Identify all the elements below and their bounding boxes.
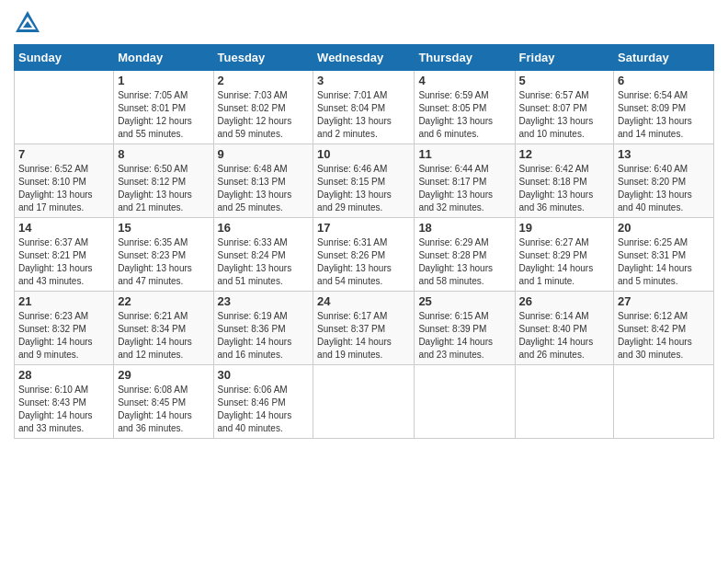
day-info: Sunrise: 7:05 AMSunset: 8:01 PMDaylight:… bbox=[118, 89, 209, 141]
day-header-wednesday: Wednesday bbox=[313, 45, 415, 71]
day-header-sunday: Sunday bbox=[15, 45, 114, 71]
day-number: 2 bbox=[218, 74, 310, 87]
day-header-monday: Monday bbox=[114, 45, 213, 71]
calendar-cell bbox=[15, 71, 114, 144]
day-info: Sunrise: 6:08 AMSunset: 8:45 PMDaylight:… bbox=[118, 384, 209, 435]
day-number: 11 bbox=[418, 147, 510, 161]
day-info: Sunrise: 6:14 AMSunset: 8:40 PMDaylight:… bbox=[519, 310, 610, 362]
calendar-cell: 16Sunrise: 6:33 AMSunset: 8:24 PMDayligh… bbox=[213, 218, 313, 292]
day-number: 1 bbox=[118, 74, 209, 87]
calendar-week-row: 1Sunrise: 7:05 AMSunset: 8:01 PMDaylight… bbox=[15, 71, 714, 144]
day-number: 29 bbox=[118, 368, 209, 382]
calendar-table: SundayMondayTuesdayWednesdayThursdayFrid… bbox=[14, 44, 714, 439]
calendar-cell: 13Sunrise: 6:40 AMSunset: 8:20 PMDayligh… bbox=[614, 144, 714, 218]
day-info: Sunrise: 6:35 AMSunset: 8:23 PMDaylight:… bbox=[118, 236, 209, 288]
day-info: Sunrise: 6:31 AMSunset: 8:26 PMDaylight:… bbox=[317, 236, 410, 288]
day-number: 15 bbox=[118, 221, 209, 235]
day-number: 24 bbox=[317, 294, 410, 308]
day-info: Sunrise: 6:59 AMSunset: 8:05 PMDaylight:… bbox=[418, 89, 510, 141]
calendar-cell: 10Sunrise: 6:46 AMSunset: 8:15 PMDayligh… bbox=[313, 144, 415, 218]
day-info: Sunrise: 6:40 AMSunset: 8:20 PMDaylight:… bbox=[618, 163, 710, 214]
day-number: 16 bbox=[218, 221, 310, 235]
calendar-cell: 15Sunrise: 6:35 AMSunset: 8:23 PMDayligh… bbox=[114, 218, 213, 292]
calendar-cell bbox=[614, 365, 714, 439]
day-number: 17 bbox=[317, 221, 410, 235]
header bbox=[14, 9, 714, 37]
day-number: 19 bbox=[519, 221, 610, 235]
day-info: Sunrise: 6:48 AMSunset: 8:13 PMDaylight:… bbox=[218, 163, 310, 214]
day-info: Sunrise: 6:15 AMSunset: 8:39 PMDaylight:… bbox=[418, 310, 510, 362]
calendar-cell: 27Sunrise: 6:12 AMSunset: 8:42 PMDayligh… bbox=[614, 292, 714, 365]
day-number: 23 bbox=[218, 294, 310, 308]
calendar-cell: 26Sunrise: 6:14 AMSunset: 8:40 PMDayligh… bbox=[515, 292, 614, 365]
day-number: 20 bbox=[618, 221, 710, 235]
day-info: Sunrise: 6:57 AMSunset: 8:07 PMDaylight:… bbox=[519, 89, 610, 141]
day-number: 30 bbox=[218, 368, 310, 382]
calendar-cell: 4Sunrise: 6:59 AMSunset: 8:05 PMDaylight… bbox=[415, 71, 515, 144]
calendar-cell bbox=[313, 365, 415, 439]
day-number: 9 bbox=[218, 147, 310, 161]
calendar-week-row: 28Sunrise: 6:10 AMSunset: 8:43 PMDayligh… bbox=[15, 365, 714, 439]
calendar-cell: 6Sunrise: 6:54 AMSunset: 8:09 PMDaylight… bbox=[614, 71, 714, 144]
day-info: Sunrise: 6:29 AMSunset: 8:28 PMDaylight:… bbox=[418, 236, 510, 288]
calendar-cell: 21Sunrise: 6:23 AMSunset: 8:32 PMDayligh… bbox=[15, 292, 114, 365]
day-info: Sunrise: 6:52 AMSunset: 8:10 PMDaylight:… bbox=[18, 163, 109, 214]
calendar-cell: 25Sunrise: 6:15 AMSunset: 8:39 PMDayligh… bbox=[415, 292, 515, 365]
day-number: 6 bbox=[618, 74, 710, 87]
day-header-tuesday: Tuesday bbox=[213, 45, 313, 71]
calendar-cell: 14Sunrise: 6:37 AMSunset: 8:21 PMDayligh… bbox=[15, 218, 114, 292]
day-info: Sunrise: 7:03 AMSunset: 8:02 PMDaylight:… bbox=[218, 89, 310, 141]
day-number: 14 bbox=[18, 221, 109, 235]
calendar-cell: 2Sunrise: 7:03 AMSunset: 8:02 PMDaylight… bbox=[213, 71, 313, 144]
day-info: Sunrise: 6:23 AMSunset: 8:32 PMDaylight:… bbox=[18, 310, 109, 362]
calendar-cell: 19Sunrise: 6:27 AMSunset: 8:29 PMDayligh… bbox=[515, 218, 614, 292]
day-number: 8 bbox=[118, 147, 209, 161]
calendar-week-row: 21Sunrise: 6:23 AMSunset: 8:32 PMDayligh… bbox=[15, 292, 714, 365]
day-number: 10 bbox=[317, 147, 410, 161]
calendar-cell: 8Sunrise: 6:50 AMSunset: 8:12 PMDaylight… bbox=[114, 144, 213, 218]
day-number: 26 bbox=[519, 294, 610, 308]
calendar-cell: 1Sunrise: 7:05 AMSunset: 8:01 PMDaylight… bbox=[114, 71, 213, 144]
day-number: 12 bbox=[519, 147, 610, 161]
logo-icon bbox=[14, 9, 41, 37]
day-number: 13 bbox=[618, 147, 710, 161]
day-number: 5 bbox=[519, 74, 610, 87]
calendar-week-row: 7Sunrise: 6:52 AMSunset: 8:10 PMDaylight… bbox=[15, 144, 714, 218]
day-info: Sunrise: 6:42 AMSunset: 8:18 PMDaylight:… bbox=[519, 163, 610, 214]
day-number: 22 bbox=[118, 294, 209, 308]
day-info: Sunrise: 6:54 AMSunset: 8:09 PMDaylight:… bbox=[618, 89, 710, 141]
day-number: 4 bbox=[418, 74, 510, 87]
day-info: Sunrise: 6:19 AMSunset: 8:36 PMDaylight:… bbox=[218, 310, 310, 362]
day-info: Sunrise: 6:37 AMSunset: 8:21 PMDaylight:… bbox=[18, 236, 109, 288]
calendar-week-row: 14Sunrise: 6:37 AMSunset: 8:21 PMDayligh… bbox=[15, 218, 714, 292]
day-number: 3 bbox=[317, 74, 410, 87]
day-number: 7 bbox=[18, 147, 109, 161]
day-info: Sunrise: 6:06 AMSunset: 8:46 PMDaylight:… bbox=[218, 384, 310, 435]
calendar-cell: 9Sunrise: 6:48 AMSunset: 8:13 PMDaylight… bbox=[213, 144, 313, 218]
day-header-friday: Friday bbox=[515, 45, 614, 71]
day-info: Sunrise: 6:25 AMSunset: 8:31 PMDaylight:… bbox=[618, 236, 710, 288]
day-info: Sunrise: 6:46 AMSunset: 8:15 PMDaylight:… bbox=[317, 163, 410, 214]
day-info: Sunrise: 7:01 AMSunset: 8:04 PMDaylight:… bbox=[317, 89, 410, 141]
calendar-cell bbox=[415, 365, 515, 439]
page-container: SundayMondayTuesdayWednesdayThursdayFrid… bbox=[0, 0, 728, 448]
calendar-body: 1Sunrise: 7:05 AMSunset: 8:01 PMDaylight… bbox=[15, 71, 714, 439]
calendar-cell: 5Sunrise: 6:57 AMSunset: 8:07 PMDaylight… bbox=[515, 71, 614, 144]
day-header-saturday: Saturday bbox=[614, 45, 714, 71]
day-info: Sunrise: 6:10 AMSunset: 8:43 PMDaylight:… bbox=[18, 384, 109, 435]
day-number: 28 bbox=[18, 368, 109, 382]
calendar-cell: 17Sunrise: 6:31 AMSunset: 8:26 PMDayligh… bbox=[313, 218, 415, 292]
day-info: Sunrise: 6:44 AMSunset: 8:17 PMDaylight:… bbox=[418, 163, 510, 214]
day-info: Sunrise: 6:33 AMSunset: 8:24 PMDaylight:… bbox=[218, 236, 310, 288]
day-number: 27 bbox=[618, 294, 710, 308]
day-info: Sunrise: 6:21 AMSunset: 8:34 PMDaylight:… bbox=[118, 310, 209, 362]
day-info: Sunrise: 6:17 AMSunset: 8:37 PMDaylight:… bbox=[317, 310, 410, 362]
logo bbox=[14, 9, 45, 37]
calendar-cell: 28Sunrise: 6:10 AMSunset: 8:43 PMDayligh… bbox=[15, 365, 114, 439]
day-header-thursday: Thursday bbox=[415, 45, 515, 71]
calendar-cell: 22Sunrise: 6:21 AMSunset: 8:34 PMDayligh… bbox=[114, 292, 213, 365]
day-number: 25 bbox=[418, 294, 510, 308]
day-info: Sunrise: 6:12 AMSunset: 8:42 PMDaylight:… bbox=[618, 310, 710, 362]
calendar-cell: 18Sunrise: 6:29 AMSunset: 8:28 PMDayligh… bbox=[415, 218, 515, 292]
day-info: Sunrise: 6:27 AMSunset: 8:29 PMDaylight:… bbox=[519, 236, 610, 288]
